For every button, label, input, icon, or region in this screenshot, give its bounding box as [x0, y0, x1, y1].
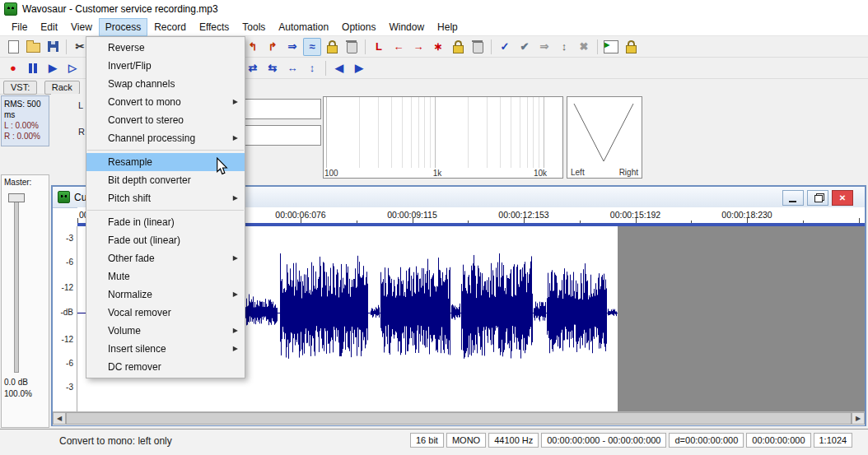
- validate-button[interactable]: ✔: [516, 38, 534, 56]
- spectrum-gridline: [430, 97, 431, 168]
- frequency-label: 100: [324, 169, 338, 178]
- zoom-vertical-button[interactable]: ↕: [303, 59, 321, 77]
- title-bar[interactable]: Wavosaur - Customer service recording.mp…: [0, 0, 868, 19]
- status-field-3: 00:00:00:000 - 00:00:00:000: [541, 433, 666, 448]
- loop-marker-button[interactable]: ∗: [429, 38, 447, 56]
- scroll-left-arrow-icon[interactable]: ◀: [53, 412, 66, 425]
- save-file-button[interactable]: [44, 38, 62, 56]
- master-slider-thumb[interactable]: [8, 193, 25, 202]
- rms-right-value: R : 0.00%: [4, 131, 49, 142]
- submenu-arrow-icon: ▶: [233, 340, 238, 358]
- menu-item-fade-out-linear-[interactable]: Fade out (linear): [86, 231, 245, 249]
- next-marker-button[interactable]: ↱: [264, 38, 282, 56]
- menu-effects[interactable]: Effects: [193, 18, 236, 36]
- dotted-arrow-button[interactable]: ⇒: [535, 38, 553, 56]
- next-view-button[interactable]: ▶: [350, 59, 368, 77]
- play-selection-button[interactable]: ▷: [63, 59, 82, 77]
- minimize-icon: [789, 201, 796, 202]
- menu-window[interactable]: Window: [382, 18, 431, 36]
- menu-item-label: Normalize: [108, 289, 152, 300]
- status-message: Convert to mono: left only: [59, 435, 172, 447]
- menu-tools[interactable]: Tools: [236, 18, 272, 36]
- record-button[interactable]: ●: [4, 59, 22, 77]
- vst-label-button[interactable]: VST:: [3, 81, 37, 95]
- menu-item-dc-remover[interactable]: DC remover: [86, 358, 245, 376]
- open-file-button[interactable]: [24, 38, 42, 56]
- loop-in-icon: ←: [394, 40, 404, 53]
- zoom-selection-button[interactable]: ⇄: [244, 59, 262, 77]
- menu-item-pitch-shift[interactable]: Pitch shift▶: [86, 189, 245, 207]
- resize-vertical-button[interactable]: ↕: [555, 38, 573, 56]
- master-slider-track[interactable]: [14, 193, 19, 373]
- vst-rack-button[interactable]: Rack: [44, 81, 80, 95]
- lock-preview-button[interactable]: [622, 38, 640, 56]
- scrollbar-thumb[interactable]: [66, 412, 852, 425]
- play-from-marker-button[interactable]: ⇒: [283, 38, 301, 56]
- lock-markers-button[interactable]: [323, 38, 341, 56]
- play-preview-button[interactable]: ▶: [602, 38, 620, 56]
- master-percent-value: 100.0%: [4, 389, 32, 398]
- frequency-label: 1k: [433, 169, 442, 178]
- loop-out-button[interactable]: →: [409, 38, 427, 56]
- play-icon: ▶: [49, 62, 57, 74]
- menu-help[interactable]: Help: [431, 18, 464, 36]
- spectrum-gridline: [487, 97, 488, 168]
- menu-view[interactable]: View: [64, 18, 99, 36]
- horizontal-scrollbar[interactable]: ◀ ▶: [53, 411, 865, 425]
- menu-item-fade-in-linear-[interactable]: Fade in (linear): [86, 213, 245, 231]
- new-file-button[interactable]: [4, 38, 22, 56]
- menu-item-label: Vocal remover: [108, 307, 171, 318]
- menu-record[interactable]: Record: [147, 18, 193, 36]
- submenu-arrow-icon: ▶: [233, 249, 238, 267]
- wavosaur-app: Wavosaur - Customer service recording.mp…: [0, 0, 868, 455]
- previous-view-button[interactable]: ◀: [330, 59, 348, 77]
- vu-left-label: L: [78, 100, 86, 110]
- menu-item-convert-to-stereo[interactable]: Convert to stereo: [86, 111, 245, 129]
- menu-item-other-fade[interactable]: Other fade▶: [86, 249, 245, 267]
- delete-markers-button[interactable]: [343, 38, 361, 56]
- lock-markers-icon: [327, 45, 338, 53]
- spectrum-gridline: [435, 97, 436, 168]
- menu-automation[interactable]: Automation: [272, 18, 335, 36]
- zoom-all-icon: ↔: [287, 62, 298, 74]
- pan-left-label: Left: [571, 168, 585, 177]
- zero-crossing-button[interactable]: ✓: [496, 38, 514, 56]
- menu-item-normalize[interactable]: Normalize▶: [86, 286, 245, 304]
- menu-options[interactable]: Options: [335, 18, 382, 36]
- minimize-button[interactable]: [782, 190, 804, 206]
- pause-button[interactable]: [24, 59, 42, 77]
- zoom-all-button[interactable]: ↔: [283, 59, 301, 77]
- document-window-controls: ✕: [782, 190, 853, 206]
- menu-edit[interactable]: Edit: [34, 18, 64, 36]
- menu-item-insert-silence[interactable]: Insert silence▶: [86, 340, 245, 358]
- db-scale-label: -dB: [60, 308, 73, 317]
- zoom-loop-button[interactable]: ⇆: [264, 59, 282, 77]
- loop-in-button[interactable]: ←: [390, 38, 408, 56]
- menu-file[interactable]: File: [5, 18, 34, 36]
- delete-loops-button[interactable]: [469, 38, 487, 56]
- close-button[interactable]: ✕: [832, 190, 853, 206]
- auto-zoom-button[interactable]: ≈: [303, 38, 321, 56]
- status-field-4: d=00:00:00:000: [669, 433, 744, 448]
- document-logo-icon: [58, 191, 70, 203]
- scroll-right-arrow-icon[interactable]: ▶: [852, 412, 865, 425]
- menu-item-volume[interactable]: Volume▶: [86, 322, 245, 340]
- menu-item-convert-to-mono[interactable]: Convert to mono▶: [86, 93, 245, 111]
- menu-item-label: Convert to stereo: [108, 114, 184, 126]
- menu-item-channel-processing[interactable]: Channel processing▶: [86, 129, 245, 147]
- play-button[interactable]: ▶: [44, 59, 62, 77]
- menu-item-invert-flip[interactable]: Invert/Flip: [86, 57, 245, 75]
- menu-process[interactable]: Process: [99, 18, 147, 36]
- db-scale-label: -12: [62, 335, 73, 344]
- menu-item-vocal-remover[interactable]: Vocal remover: [86, 304, 245, 322]
- menu-item-reverse[interactable]: Reverse: [86, 39, 245, 57]
- toolbar-separator: [597, 39, 598, 54]
- frequency-label: 10k: [534, 169, 547, 178]
- menu-item-mute[interactable]: Mute: [86, 267, 245, 286]
- loop-start-button[interactable]: L: [370, 38, 388, 56]
- menu-item-swap-channels[interactable]: Swap channels: [86, 75, 245, 93]
- cancel-button[interactable]: ✖: [575, 38, 593, 56]
- lock-loops-button[interactable]: [449, 38, 467, 56]
- restore-button[interactable]: [807, 190, 828, 206]
- previous-marker-button[interactable]: ↰: [244, 38, 262, 56]
